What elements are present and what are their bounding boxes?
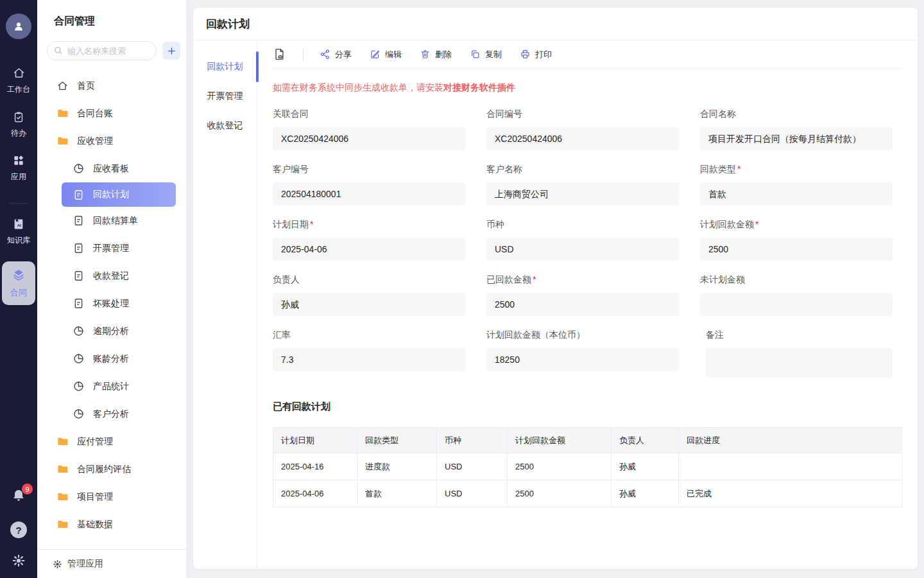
settings-gear-button[interactable] bbox=[12, 554, 26, 568]
sidebar-item-payment-plan[interactable]: 回款计划 bbox=[62, 182, 176, 207]
field-plan-amount: 计划回款金额*2500 bbox=[700, 218, 893, 261]
plan-amount-base-input[interactable]: 18250 bbox=[486, 348, 679, 371]
tab-invoice-mgmt[interactable]: 开票管理 bbox=[193, 82, 257, 111]
sidebar-item-invoice-mgmt[interactable]: 开票管理 bbox=[37, 234, 186, 262]
sidebar-item-label: 收款登记 bbox=[93, 270, 129, 282]
sidebar-item-project-mgmt[interactable]: 项目管理 bbox=[37, 483, 186, 511]
sidebar-item-label: 应收看板 bbox=[93, 163, 129, 175]
required-asterisk: * bbox=[755, 219, 758, 229]
doc-icon bbox=[73, 297, 85, 310]
preview-document-button[interactable] bbox=[273, 48, 286, 61]
rail-item-contract[interactable]: 合同 bbox=[2, 261, 35, 305]
sidebar-search bbox=[47, 41, 157, 60]
tab-payment-plan[interactable]: 回款计划 bbox=[193, 52, 257, 82]
plan-date-input[interactable]: 2025-04-06 bbox=[273, 238, 465, 261]
notifications-button[interactable]: 9 bbox=[11, 488, 26, 506]
sidebar-item-aging-analysis[interactable]: 账龄分析 bbox=[37, 345, 186, 372]
sidebar-item-label: 项目管理 bbox=[77, 491, 113, 503]
folder-icon bbox=[56, 135, 69, 147]
received-amount-input[interactable]: 2500 bbox=[486, 293, 679, 316]
home-line-icon bbox=[56, 80, 69, 92]
rail-item-label: 待办 bbox=[11, 128, 26, 139]
sidebar-item-customer-analysis[interactable]: 客户分析 bbox=[37, 400, 186, 428]
sidebar-item-performance-eval[interactable]: 合同履约评估 bbox=[37, 455, 186, 483]
sidebar-item-receivable-mgmt[interactable]: 应收管理 bbox=[37, 127, 186, 155]
customer-no-input[interactable]: 202504180001 bbox=[273, 182, 465, 206]
plan-amount-input[interactable]: 2500 bbox=[700, 238, 893, 261]
table-cell: 2500 bbox=[508, 480, 612, 507]
payment-type-input[interactable]: 首款 bbox=[700, 182, 893, 206]
table-row: 2025-04-16进度款USD2500孙威 bbox=[273, 453, 902, 480]
manage-apps-button[interactable]: 管理应用 bbox=[37, 549, 186, 578]
customer-name-input[interactable]: 上海商贸公司 bbox=[486, 182, 679, 206]
toolbar: 分享编辑删除复制打印 bbox=[273, 40, 902, 69]
field-remark: 备注 bbox=[706, 328, 893, 378]
column-header: 计划回款金额 bbox=[508, 428, 612, 453]
sidebar-item-label: 合同台账 bbox=[77, 108, 113, 119]
pie-icon bbox=[73, 353, 85, 365]
folder-icon bbox=[56, 435, 69, 448]
rail-item-workbench[interactable]: 工作台 bbox=[7, 66, 30, 95]
field-label: 客户名称 bbox=[486, 162, 679, 175]
sidebar-item-receivable-board[interactable]: 应收看板 bbox=[37, 155, 186, 182]
sidebar-item-contract-ledger[interactable]: 合同台账 bbox=[37, 100, 186, 127]
sidebar-title: 合同管理 bbox=[54, 15, 186, 28]
toolbar-buttons: 分享编辑删除复制打印 bbox=[320, 49, 570, 60]
rail-item-label: 应用 bbox=[11, 171, 26, 182]
edit-icon bbox=[370, 49, 381, 60]
sidebar-item-baddebt[interactable]: 坏账处理 bbox=[37, 290, 186, 317]
help-button[interactable]: ? bbox=[10, 521, 27, 538]
tab-receipt-register[interactable]: 收款登记 bbox=[193, 111, 257, 141]
print-button[interactable]: 打印 bbox=[520, 49, 552, 60]
sidebar-item-receipt-register[interactable]: 收款登记 bbox=[37, 262, 186, 290]
field-unplanned-amount: 未计划金额 bbox=[700, 273, 893, 316]
doc-icon bbox=[73, 215, 85, 227]
unplanned-amount-input[interactable] bbox=[700, 293, 893, 316]
rail-item-apps[interactable]: 应用 bbox=[7, 154, 30, 182]
plugin-link[interactable]: 对接财务软件插件 bbox=[443, 82, 515, 92]
sidebar-item-label: 首页 bbox=[77, 80, 95, 92]
copy-button[interactable]: 复制 bbox=[470, 49, 502, 60]
sidebar: 合同管理 首页合同台账应收管理应收看板回款计划回款结算单开票管理收款登记坏账处理… bbox=[37, 0, 186, 578]
related-contract-input[interactable]: XC20250424006 bbox=[273, 127, 465, 150]
sidebar-item-home[interactable]: 首页 bbox=[37, 72, 186, 100]
sidebar-item-base-data[interactable]: 基础数据 bbox=[37, 511, 186, 538]
field-contract-no: 合同编号XC20250424006 bbox=[486, 107, 679, 150]
table-cell: 孙威 bbox=[612, 453, 679, 480]
delete-button[interactable]: 删除 bbox=[420, 49, 452, 60]
sidebar-item-payment-statement[interactable]: 回款结算单 bbox=[37, 207, 186, 234]
pie-icon bbox=[73, 408, 85, 420]
field-customer-no: 客户编号202504180001 bbox=[273, 162, 465, 206]
table-cell: USD bbox=[437, 480, 508, 507]
existing-plans-title: 已有回款计划 bbox=[273, 401, 902, 413]
trash-icon bbox=[420, 49, 431, 60]
remark-input[interactable] bbox=[706, 348, 893, 378]
edit-button[interactable]: 编辑 bbox=[370, 49, 402, 60]
column-header: 负责人 bbox=[612, 428, 679, 453]
search-input[interactable] bbox=[47, 41, 157, 60]
currency-input[interactable]: USD bbox=[486, 238, 679, 261]
owner-input[interactable]: 孙威 bbox=[273, 293, 465, 316]
sidebar-item-payable-mgmt[interactable]: 应付管理 bbox=[37, 428, 186, 455]
add-button[interactable] bbox=[162, 42, 180, 60]
rail-item-todo[interactable]: 待办 bbox=[7, 110, 30, 139]
sidebar-item-label: 开票管理 bbox=[93, 243, 129, 254]
toolbar-button-label: 复制 bbox=[485, 49, 502, 60]
gear-icon bbox=[53, 559, 62, 569]
clipboard-icon bbox=[12, 110, 25, 123]
rail-item-knowledge[interactable]: AI知识库 bbox=[2, 218, 35, 246]
sidebar-item-product-stats[interactable]: 产品统计 bbox=[37, 372, 186, 400]
question-icon: ? bbox=[15, 525, 21, 536]
manage-apps-label: 管理应用 bbox=[67, 558, 103, 570]
toolbar-divider bbox=[303, 48, 304, 61]
field-label: 回款类型* bbox=[700, 162, 893, 175]
field-plan-date: 计划日期*2025-04-06 bbox=[273, 218, 465, 261]
avatar[interactable] bbox=[6, 13, 31, 39]
share-button[interactable]: 分享 bbox=[320, 49, 352, 60]
contract-name-input[interactable]: 项目开发开口合同（按每月结算付款） bbox=[700, 127, 893, 150]
user-icon bbox=[12, 19, 26, 33]
contract-no-input[interactable]: XC20250424006 bbox=[486, 127, 679, 150]
exchange-rate-input[interactable]: 7.3 bbox=[273, 348, 465, 371]
sidebar-item-overdue-analysis[interactable]: 逾期分析 bbox=[37, 317, 186, 345]
required-asterisk: * bbox=[533, 274, 536, 285]
